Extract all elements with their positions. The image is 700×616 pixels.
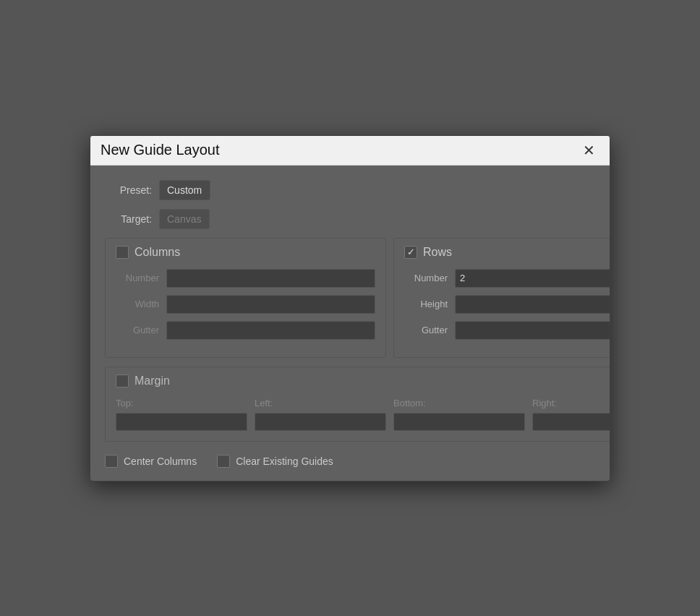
margin-fields: Top: Left: Bottom: Right: [116, 398, 610, 431]
preset-select[interactable]: Custom [159, 180, 210, 200]
columns-gutter-label: Gutter [116, 325, 159, 335]
margin-header: Margin [116, 375, 610, 388]
margin-left-label: Left: [255, 398, 386, 408]
rows-gutter-label: Gutter [404, 325, 448, 335]
margin-section: Margin Top: Left: Bottom: [105, 367, 610, 442]
center-columns-label: Center Columns [124, 455, 197, 467]
columns-width-field: Width [116, 295, 375, 314]
rows-number-field: Number [404, 269, 610, 288]
margin-bottom-field: Bottom: [393, 398, 525, 431]
dialog-title: New Guide Layout [101, 142, 220, 158]
dialog-body: Preset: Custom Target: Canvas [90, 166, 610, 481]
columns-gutter-input[interactable] [166, 321, 375, 340]
center-columns-row: Center Columns [105, 455, 197, 468]
rows-group: ✓ Rows Number Height Gutter [393, 238, 610, 358]
rows-checkbox[interactable]: ✓ [404, 246, 417, 259]
columns-title: Columns [135, 246, 180, 259]
clear-guides-label: Clear Existing Guides [236, 455, 333, 467]
target-select[interactable]: Canvas [159, 209, 210, 229]
rows-gutter-input[interactable] [455, 321, 610, 340]
margin-bottom-label: Bottom: [393, 398, 525, 408]
target-select-wrapper: Canvas [159, 209, 610, 229]
margin-top-label: Top: [116, 398, 247, 408]
margin-left-field: Left: [255, 398, 386, 431]
columns-width-input[interactable] [166, 295, 375, 314]
title-bar: New Guide Layout ✕ [90, 136, 610, 166]
columns-checkbox[interactable] [116, 246, 129, 259]
left-panel: Preset: Custom Target: Canvas [105, 180, 610, 468]
target-label: Target: [105, 213, 152, 225]
margin-bottom-input[interactable] [393, 413, 525, 431]
margin-title: Margin [135, 375, 170, 388]
rows-title: Rows [423, 246, 452, 259]
preset-select-wrapper: Custom [159, 180, 610, 200]
rows-number-label: Number [404, 273, 448, 283]
dialog: New Guide Layout ✕ Preset: Custom Target… [90, 135, 610, 482]
margin-left-input[interactable] [255, 413, 386, 431]
margin-top-field: Top: [116, 398, 247, 431]
margin-right-input[interactable] [532, 413, 610, 431]
center-columns-checkbox[interactable] [105, 455, 118, 468]
close-button[interactable]: ✕ [579, 142, 599, 159]
columns-width-label: Width [116, 299, 159, 309]
clear-guides-checkbox[interactable] [217, 455, 230, 468]
rows-height-input[interactable] [455, 295, 610, 314]
columns-number-label: Number [116, 273, 159, 283]
rows-height-field: Height [404, 295, 610, 314]
columns-group: Columns Number Width Gutter [105, 238, 386, 358]
preset-label: Preset: [105, 184, 152, 196]
rows-number-input[interactable] [455, 269, 610, 288]
rows-height-label: Height [404, 299, 448, 309]
bottom-checkboxes: Center Columns Clear Existing Guides [105, 452, 610, 468]
preset-row: Preset: Custom [105, 180, 610, 200]
margin-checkbox[interactable] [116, 375, 129, 388]
columns-number-field: Number [116, 269, 375, 288]
columns-number-input[interactable] [166, 269, 375, 288]
rows-gutter-field: Gutter [404, 321, 610, 340]
rows-checkmark: ✓ [407, 247, 415, 257]
margin-top-input[interactable] [116, 413, 247, 431]
columns-header: Columns [116, 246, 375, 259]
clear-guides-row: Clear Existing Guides [217, 455, 333, 468]
columns-gutter-field: Gutter [116, 321, 375, 340]
margin-right-label: Right: [532, 398, 610, 408]
margin-right-field: Right: [532, 398, 610, 431]
columns-rows-section: Columns Number Width Gutter [105, 238, 610, 358]
rows-header: ✓ Rows [404, 246, 610, 259]
target-row: Target: Canvas [105, 209, 610, 229]
